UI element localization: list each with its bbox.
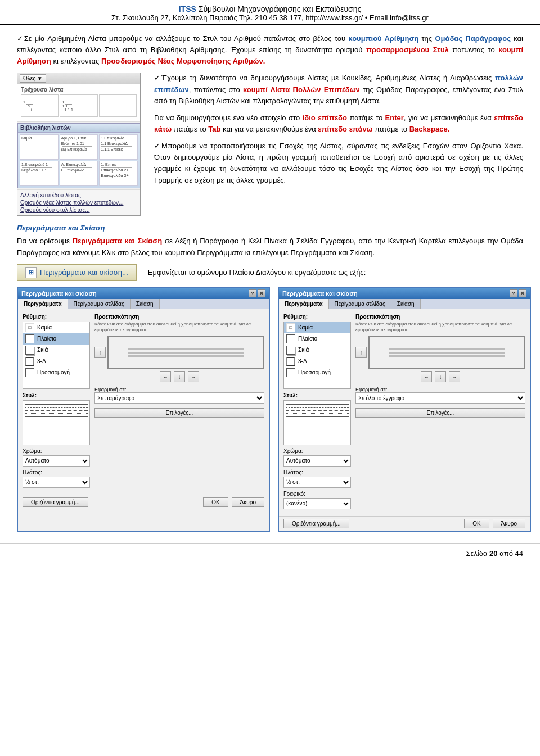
dlg2-arrow-left[interactable]: ← [421, 371, 432, 382]
lib-item-article[interactable]: Άρθρο 1, Επικ Ενότητα 1.01 (a) Επικεφαλί… [60, 134, 98, 160]
style-dash2[interactable] [25, 410, 88, 411]
dlg2-style-dash2[interactable] [286, 410, 349, 411]
dlg1-icon-frame [25, 334, 34, 343]
dlg1-item-3d[interactable]: 3-Δ [23, 356, 89, 367]
word-panel-container: Όλες ▼ Τρέχουσα λίστα 1.___ a.___ i.___ [17, 73, 146, 216]
style-dash[interactable] [25, 407, 88, 408]
dialog2-preview-label: Προεπισκόπηση [356, 314, 525, 320]
dialog1-tab-page-border[interactable]: Περίγραμμα σελίδας [68, 299, 130, 309]
dialog1-preview-box[interactable] [107, 336, 264, 369]
dlg2-item-custom[interactable]: Προσαρμογή [284, 367, 350, 378]
dialog1-setting-label: Ρύθμιση: [22, 314, 90, 320]
dialog2-tabs: Περιγράμματα Περίγραμμα σελίδας Σκίαση [279, 299, 530, 309]
dialog1-width-select[interactable]: ½ στ. [22, 477, 90, 488]
dialog2-apply-select[interactable]: Σε όλο το έγγραφο [356, 392, 525, 404]
dlg1-item-frame[interactable]: Πλαίσιο [23, 333, 89, 345]
bold-tab: Tab [208, 125, 220, 133]
dlg2-style-dot[interactable] [286, 413, 349, 414]
list-thumb-2[interactable]: 1.___ 1.1___ 1.1.1___ [60, 94, 97, 117]
dialog1-cancel-btn[interactable]: Άκυρο [232, 497, 264, 507]
word-numbering-panel: Όλες ▼ Τρέχουσα λίστα 1.___ a.___ i.___ [17, 73, 141, 216]
dialog1-tab-shading[interactable]: Σκίαση [130, 299, 160, 309]
dlg2-arrow-bottom[interactable]: ↓ [435, 371, 446, 382]
dialog2-preview-container: ↑ [356, 336, 525, 369]
list-thumb-1[interactable]: 1.___ a.___ i.___ [21, 94, 58, 117]
dialog2-close-btn[interactable]: ✕ [519, 289, 526, 297]
style-bold[interactable] [25, 416, 88, 417]
borders-button[interactable]: ⊞ Περιγράμματα και σκίαση... [17, 264, 137, 281]
dlg1-arrow-left[interactable]: ← [160, 371, 171, 382]
dialog1-footer: Οριζόντια γραμμή... ΟΚ Άκυρο [18, 495, 269, 509]
footer-change-level[interactable]: Αλλαγή επιπέδου λίστας [20, 192, 137, 199]
dialog2-tab-shading[interactable]: Σκίαση [392, 299, 421, 309]
dialog1-close-btn[interactable]: ✕ [258, 289, 266, 297]
dialog2-ok-btn[interactable]: ΟΚ [464, 519, 489, 528]
dialog1-options-btn[interactable]: Επιλογές... [94, 408, 264, 418]
running-list-section: Τρέχουσα λίστα 1.___ a.___ i.___ 1.___ 1… [17, 84, 140, 122]
dlg1-item-shadow[interactable]: Σκιά [23, 345, 89, 356]
dlg2-style-dash[interactable] [286, 407, 349, 408]
dlg1-arrow-right[interactable]: → [188, 371, 199, 382]
dialog1-tab-borders[interactable]: Περιγράμματα [18, 299, 68, 309]
lib-item-heading2[interactable]: A. ΕπικεφαλίΔ Ι. ΕπικεφαλίΔ [60, 161, 98, 186]
dialog1-settings-list[interactable]: □ Καμία Πλαίσιο Σκιά [22, 322, 90, 389]
dlg1-item-none[interactable]: □ Καμία [23, 322, 89, 333]
dialog1-preview-label: Προεπισκόπηση [94, 314, 264, 320]
dialog2-settings-list[interactable]: □ Καμία Πλαίσιο Σκιά [284, 322, 351, 389]
list-thumb-3[interactable] [99, 94, 137, 117]
bold-enter: Enter [385, 114, 404, 122]
lib-item-heading1[interactable]: 1 ΕπικεφαλίΔ 1.1 ΕπικεφαλίΔ 1.1.1 Επικεφ [99, 134, 138, 160]
dialog2-options-btn[interactable]: Επιλογές... [356, 408, 525, 418]
style-solid[interactable] [25, 404, 88, 405]
running-list-label: Τρέχουσα λίστα [21, 87, 137, 93]
dialog2-style-list[interactable] [284, 400, 351, 445]
panel-all-button[interactable]: Όλες ▼ [20, 74, 46, 83]
dialog2-help-btn[interactable]: ? [510, 289, 518, 297]
page-header: ITSS Σύμβουλοι Μηχανογράφησης και Εκπαίδ… [0, 0, 540, 25]
dlg1-arrow-bottom[interactable]: ↓ [174, 371, 185, 382]
dialog1-ok-btn[interactable]: ΟΚ [203, 497, 228, 507]
right-text-2c: , για να μετακινηθούμε ένα [404, 114, 494, 122]
right-text-2a: Για να δημιουργήσουμε ένα νέο στοιχείο σ… [154, 114, 303, 122]
lib-item-l-heading1[interactable]: 1.Επικεφαλίδ 1 Κεφάλαιο 1 Ε: [20, 161, 58, 186]
right-para3: ✓Μπορούμε να τροποποιήσουμε τις Εσοχές τ… [154, 141, 523, 186]
right-text-2e: και για να μετακινηθούμε ένα [220, 125, 318, 133]
dlg1-item-custom[interactable]: Προσαρμογή [23, 367, 89, 378]
dialog2-color-select[interactable]: Αυτόματο [284, 455, 351, 467]
dialog2-preview-box[interactable] [368, 336, 525, 369]
lib-item-none[interactable]: Καμία [20, 134, 58, 160]
footer-new-multilist[interactable]: Ορισμός νέας λίστας πολλών επιπέδων... [20, 199, 137, 206]
dialog2-arrow-btns-left: ↑ [356, 347, 367, 358]
dialog2-title: Περιγράμματα και σκίαση [282, 290, 358, 297]
dialog2-horizontal-btn[interactable]: Οριζόντια γραμμή... [284, 519, 349, 528]
bold-borders: Περιγράμματα και Σκίαση [73, 237, 162, 245]
dlg1-arrow-top[interactable]: ↑ [94, 347, 106, 358]
dialog1-width-row: ½ στ. [22, 477, 90, 488]
dlg2-item-3d[interactable]: 3-Δ [284, 356, 350, 367]
button-area: ⊞ Περιγράμματα και σκίαση... Εμφανίζεται… [17, 264, 523, 281]
dlg2-arrow-right[interactable]: → [449, 371, 460, 382]
dlg2-style-bold[interactable] [286, 416, 349, 417]
style-dot[interactable] [25, 413, 88, 414]
dialog2-tab-borders[interactable]: Περιγράμματα [279, 299, 329, 309]
dialog2-width-select[interactable]: ½ στ. [284, 477, 351, 488]
dialog2-apply-label: Εφαρμογή σε: [356, 387, 525, 392]
lib-item-heading3[interactable]: 1. Επίπε Επικεφαλίδα 2+ Επικεφαλίδα 3+ [99, 161, 138, 186]
dialog1-style-list[interactable] [22, 400, 90, 445]
footer-new-style[interactable]: Ορισμός νέου στυλ λίστας... [20, 206, 137, 214]
dlg2-arrow-top[interactable]: ↑ [356, 347, 367, 358]
intro-text-2: της [418, 34, 435, 43]
dialog1-horizontal-btn[interactable]: Οριζόντια γραμμή... [22, 497, 88, 507]
dialog2-cancel-btn[interactable]: Άκυρο [493, 519, 525, 528]
dialog1-color-select[interactable]: Αυτόματο [22, 455, 90, 467]
dlg2-style-solid[interactable] [286, 404, 349, 405]
dlg2-item-frame[interactable]: Πλαίσιο [284, 333, 350, 345]
dlg2-item-shadow[interactable]: Σκιά [284, 345, 350, 356]
dlg2-item-none[interactable]: □ Καμία [284, 322, 350, 333]
dialog2-graphic-select[interactable]: (κανένο) [284, 498, 351, 509]
dialog2-tab-page-border[interactable]: Περίγραμμα σελίδας [329, 299, 392, 309]
dialog1-help-btn[interactable]: ? [249, 289, 256, 297]
dialog1-apply-select[interactable]: Σε παράγραφο [94, 392, 264, 404]
borders-text-1: Για να ορίσουμε [17, 237, 73, 245]
right-text-1b: , πατώντας στο [189, 85, 243, 94]
